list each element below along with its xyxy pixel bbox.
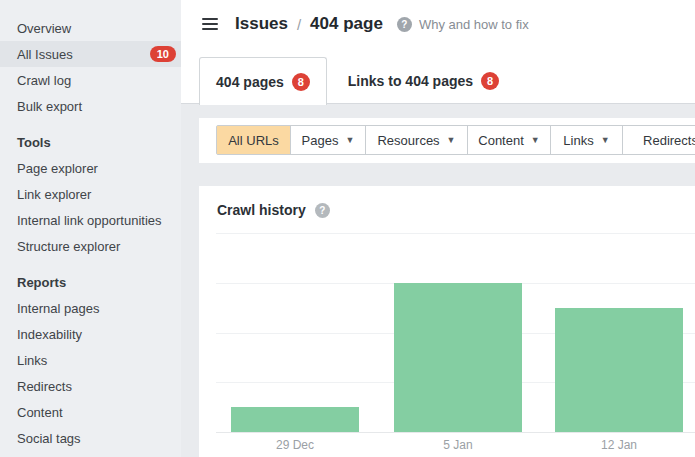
site-audit-page: OverviewAll Issues10Crawl logBulk export… <box>0 0 695 457</box>
crawl-history-help-icon[interactable]: ? <box>315 203 330 218</box>
chart-gridline <box>216 432 695 433</box>
sidebar-item-label: Bulk export <box>17 99 82 114</box>
filter-pages[interactable]: Pages▼ <box>291 126 366 154</box>
sidebar-item-label: Internal pages <box>17 301 99 316</box>
filter-label: Pages <box>302 133 339 148</box>
breadcrumb-separator: / <box>297 16 301 33</box>
sidebar-item-page-explorer[interactable]: Page explorer <box>0 155 181 181</box>
sidebar-section-tools: Tools <box>0 129 181 155</box>
sidebar-item-link-explorer[interactable]: Link explorer <box>0 181 181 207</box>
chart-x-tick-label: 29 Dec <box>276 438 314 452</box>
sidebar-item-label: Overview <box>17 21 71 36</box>
sidebar-item-internal-link-opportunities[interactable]: Internal link opportunities <box>0 207 181 233</box>
hamburger-menu-icon[interactable] <box>202 13 218 35</box>
sidebar-item-label: Redirects <box>17 379 72 394</box>
sidebar-item-overview[interactable]: Overview <box>0 15 181 41</box>
chart-x-tick-label: 5 Jan <box>443 438 472 452</box>
sidebar-item-structure-explorer[interactable]: Structure explorer <box>0 233 181 259</box>
why-and-how-to-fix-link[interactable]: ? Why and how to fix <box>397 17 529 32</box>
issue-count-badge: 10 <box>150 46 176 62</box>
crawl-history-title: Crawl history <box>217 202 306 218</box>
sidebar-item-label: Internal link opportunities <box>17 213 162 228</box>
page-title: 404 page <box>310 14 383 34</box>
sidebar-item-label: Link explorer <box>17 187 91 202</box>
sidebar-item-links[interactable]: Links <box>0 347 181 373</box>
filter-label: All URLs <box>228 133 279 148</box>
filter-label: Links <box>563 133 593 148</box>
crawl-history-chart: 29 Dec5 Jan12 Jan <box>216 233 695 432</box>
sidebar-item-redirects[interactable]: Redirects <box>0 373 181 399</box>
chart-bar-12-jan <box>555 308 683 432</box>
chevron-down-icon: ▼ <box>345 136 354 145</box>
sidebar-item-crawl-log[interactable]: Crawl log <box>0 67 181 93</box>
filter-label: Resources <box>377 133 439 148</box>
chevron-down-icon: ▼ <box>447 136 456 145</box>
url-filter-segmented-control: All URLsPages▼Resources▼Content▼Links▼Re… <box>216 125 695 155</box>
chevron-down-icon: ▼ <box>601 136 610 145</box>
filter-label: Redirects <box>643 133 695 148</box>
filter-toolbar: All URLsPages▼Resources▼Content▼Links▼Re… <box>199 118 695 163</box>
breadcrumb: Issues / 404 page ? Why and how to fix <box>202 13 529 35</box>
chart-bar-29-dec <box>231 407 359 432</box>
tab-404-pages[interactable]: 404 pages8 <box>199 57 327 105</box>
filter-resources[interactable]: Resources▼ <box>366 126 468 154</box>
sidebar-item-label: All Issues <box>17 47 73 62</box>
tab-label: Links to 404 pages <box>348 73 473 89</box>
chart-bar-5-jan <box>394 283 522 432</box>
breadcrumb-issues-link[interactable]: Issues <box>235 14 288 34</box>
sidebar-item-social-tags[interactable]: Social tags <box>0 425 181 451</box>
sidebar: OverviewAll Issues10Crawl logBulk export… <box>0 0 181 457</box>
filter-redirects[interactable]: Redirects <box>623 126 695 154</box>
filter-content[interactable]: Content▼ <box>468 126 551 154</box>
sidebar-item-bulk-export[interactable]: Bulk export <box>0 93 181 119</box>
sidebar-item-label: Structure explorer <box>17 239 120 254</box>
sidebar-item-indexability[interactable]: Indexability <box>0 321 181 347</box>
sidebar-item-label: Indexability <box>17 327 82 342</box>
tab-count-badge: 8 <box>292 73 310 91</box>
sidebar-item-label: Links <box>17 353 47 368</box>
chart-gridline <box>216 233 695 234</box>
filter-all-urls[interactable]: All URLs <box>217 126 291 154</box>
tab-links-to-404-pages[interactable]: Links to 404 pages8 <box>327 57 520 104</box>
sidebar-section-reports: Reports <box>0 269 181 295</box>
main-header: Issues / 404 page ? Why and how to fix 4… <box>180 0 695 104</box>
sidebar-item-label: Crawl log <box>17 73 71 88</box>
sidebar-item-label: Content <box>17 405 63 420</box>
filter-links[interactable]: Links▼ <box>551 126 623 154</box>
sidebar-item-internal-pages[interactable]: Internal pages <box>0 295 181 321</box>
crawl-history-card: Crawl history ? 29 Dec5 Jan12 Jan <box>199 186 695 457</box>
sidebar-item-label: Page explorer <box>17 161 98 176</box>
tab-count-badge: 8 <box>481 72 499 90</box>
filter-label: Content <box>478 133 524 148</box>
sidebar-item-label: Social tags <box>17 431 81 446</box>
chart-x-tick-label: 12 Jan <box>601 438 637 452</box>
tab-label: 404 pages <box>216 74 284 90</box>
sidebar-item-all-issues[interactable]: All Issues10 <box>0 41 181 67</box>
question-circle-icon: ? <box>397 17 412 32</box>
sidebar-item-content[interactable]: Content <box>0 399 181 425</box>
help-label: Why and how to fix <box>419 17 529 32</box>
chevron-down-icon: ▼ <box>531 136 540 145</box>
